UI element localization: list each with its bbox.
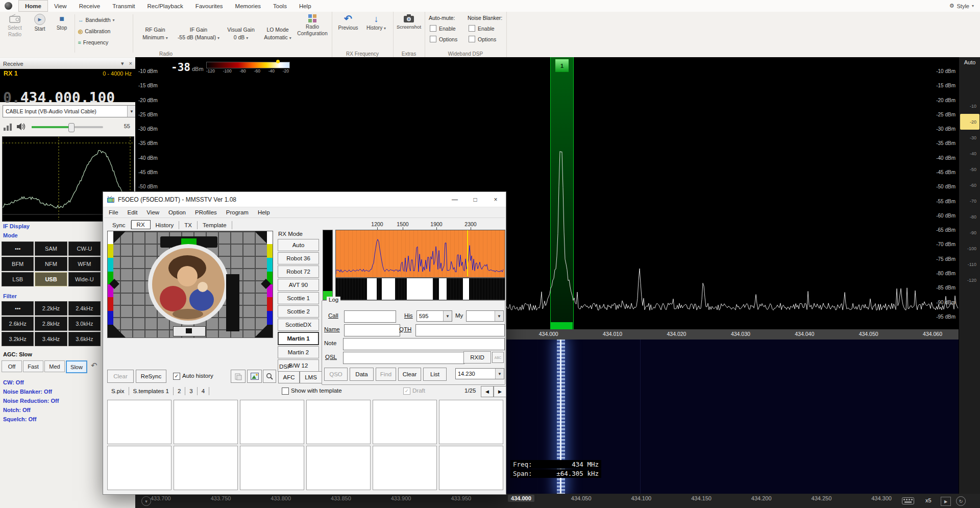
his-select[interactable]: 595 ▼ — [416, 310, 452, 322]
band-frequency-label[interactable]: 433.800 — [267, 495, 294, 502]
mmsstv-tab[interactable]: Template — [198, 221, 232, 229]
thumbnail-slot[interactable] — [306, 400, 371, 444]
tab-stemplates-4[interactable]: 4 — [198, 387, 209, 395]
log-clear-button[interactable]: Clear — [398, 368, 421, 381]
thumbnail-slot[interactable] — [240, 400, 304, 444]
thumbnail-slot[interactable] — [373, 400, 437, 444]
my-select[interactable]: ▼ — [466, 310, 504, 322]
rx-mode-button[interactable]: Scottie 1 — [278, 292, 319, 304]
band-frequency-label[interactable]: 433.900 — [388, 495, 414, 502]
filter-button[interactable]: 2.4kHz — [68, 301, 101, 316]
volume-slider[interactable] — [32, 126, 103, 128]
mmsstv-tab[interactable]: Sync — [107, 221, 131, 229]
mmsstv-tab[interactable]: TX — [179, 221, 198, 229]
rx-mode-button[interactable]: ScottieDX — [278, 319, 319, 331]
auto-mute-options-button[interactable]: Options — [430, 36, 457, 42]
menu-tab[interactable]: Favourites — [189, 0, 229, 12]
mmsstv-tab[interactable]: RX — [131, 220, 151, 229]
note-input[interactable] — [343, 338, 505, 350]
agc-button[interactable]: Med — [44, 360, 65, 372]
menu-tab[interactable]: Home — [18, 0, 48, 12]
style-selector[interactable]: ⚙ Style ▾ — [943, 3, 980, 9]
minimize-button[interactable]: — — [445, 192, 465, 207]
menu-tab[interactable]: Memories — [229, 0, 267, 12]
mode-button[interactable]: WFM — [68, 257, 101, 271]
band-frequency-label[interactable]: 434.250 — [808, 495, 835, 502]
thumbnail-slot[interactable] — [439, 446, 503, 490]
start-button[interactable]: ▶ Start — [30, 14, 50, 32]
thumbnail-slot[interactable] — [240, 446, 304, 490]
mode-button[interactable]: SAM — [35, 241, 67, 256]
band-frequency-label[interactable]: 433.750 — [208, 495, 234, 502]
qso-button[interactable]: QSO — [324, 368, 348, 381]
band-frequency-label[interactable]: 434.150 — [688, 495, 715, 502]
speaker-icon[interactable] — [16, 122, 26, 131]
rx-mode-button[interactable]: Robot 72 — [278, 265, 319, 278]
if-gain-dropdown[interactable]: IF Gain -55 dB (Manual) ▾ — [177, 26, 220, 42]
band-frequency-label[interactable]: 433.950 — [448, 495, 474, 502]
screenshot-button[interactable]: Screenshot — [395, 14, 423, 30]
menu-tab[interactable]: Rec/Playback — [141, 0, 189, 12]
rx-mode-button[interactable]: Robot 36 — [278, 252, 319, 264]
mmsstv-tab[interactable]: History — [151, 221, 180, 229]
thumbnail-slot[interactable] — [174, 446, 238, 490]
data-button[interactable]: Data — [350, 368, 374, 381]
tab-stemplates-3[interactable]: 3 — [185, 387, 197, 395]
band-frequency-label[interactable]: 434.100 — [628, 495, 654, 502]
band-frequency-label[interactable]: 434.000 — [508, 495, 534, 502]
stop-button[interactable]: ■ Stop — [52, 14, 71, 31]
filter-button[interactable]: 2.8kHz — [35, 317, 67, 331]
thumbnail-slot[interactable] — [174, 400, 238, 444]
qsl-input[interactable] — [343, 352, 464, 364]
thumbnail-slot[interactable] — [107, 400, 172, 444]
rx-mode-button[interactable]: Auto — [278, 239, 319, 251]
mode-button[interactable]: ••• — [2, 241, 34, 256]
prev-page-button[interactable]: ◀ — [481, 386, 494, 397]
mode-button[interactable]: CW-U — [68, 241, 101, 256]
refresh-icon[interactable]: ↻ — [956, 496, 966, 506]
rxid-button[interactable]: RXID — [463, 351, 491, 364]
rf-gain-dropdown[interactable]: RF Gain Minimum ▾ — [136, 26, 175, 42]
mmsstv-menu-item[interactable]: Help — [253, 209, 275, 215]
filter-button[interactable]: 3.2kHz — [2, 332, 34, 346]
frequency-readout[interactable]: 0.434.000.100 — [3, 89, 115, 106]
band-frequency-label[interactable]: 433.850 — [328, 495, 354, 502]
agc-button[interactable]: Off — [2, 360, 22, 372]
band-frequency-label[interactable]: 433.700 — [148, 495, 174, 502]
level-meter-icon[interactable] — [4, 123, 12, 131]
afc-button[interactable]: AFC — [278, 371, 300, 383]
next-page-button[interactable]: ▶ — [494, 386, 506, 397]
mmsstv-titlebar[interactable]: F5OEO (F5OEO.MDT) - MMSSTV Ver 1.08 — □ … — [103, 192, 506, 207]
menu-tab[interactable]: Help — [293, 0, 317, 12]
mode-button[interactable]: LSB — [2, 272, 34, 286]
band-frequency-label[interactable]: 434.050 — [568, 495, 595, 502]
qth-input[interactable] — [415, 324, 505, 336]
mode-button[interactable]: NFM — [35, 257, 67, 271]
menu-tab[interactable]: Transmit — [106, 0, 141, 12]
resync-button[interactable]: ReSync — [136, 370, 166, 383]
rx-mode-button[interactable]: Martin 2 — [278, 346, 319, 358]
receive-panel-header[interactable]: Receive ▾ × — [0, 58, 135, 69]
mmsstv-menu-item[interactable]: Option — [164, 209, 190, 215]
draft-checkbox[interactable]: ✓ — [403, 388, 410, 395]
filter-button[interactable]: ••• — [2, 301, 34, 316]
menu-tab[interactable]: Tools — [267, 0, 293, 12]
noise-blanker-options-button[interactable]: Options — [469, 36, 496, 42]
filter-button[interactable]: 3.0kHz — [68, 317, 101, 331]
maximize-button[interactable]: □ — [465, 192, 485, 207]
radio-configuration-button[interactable]: Radio Configuration — [296, 14, 329, 36]
rx-mode-button[interactable]: Scottie 2 — [278, 305, 319, 318]
clear-button[interactable]: Clear — [107, 370, 134, 383]
copy-button[interactable] — [231, 370, 246, 383]
mmsstv-menu-item[interactable]: Edit — [123, 209, 142, 215]
mmsstv-window[interactable]: F5OEO (F5OEO.MDT) - MMSSTV Ver 1.08 — □ … — [103, 191, 506, 495]
auto-mute-enable-checkbox[interactable]: Enable — [430, 25, 456, 32]
scroll-right-icon[interactable]: ▶ — [941, 497, 951, 506]
channel-marker[interactable]: 1 — [555, 59, 569, 72]
keyboard-icon[interactable] — [902, 497, 914, 504]
mmsstv-menu-item[interactable]: Program — [222, 209, 253, 215]
auto-history-checkbox[interactable]: ✓ — [173, 373, 180, 380]
menu-tab[interactable]: View — [48, 0, 73, 12]
auto-gain-label[interactable]: Auto — [959, 59, 980, 65]
find-button[interactable]: Find — [376, 368, 396, 381]
